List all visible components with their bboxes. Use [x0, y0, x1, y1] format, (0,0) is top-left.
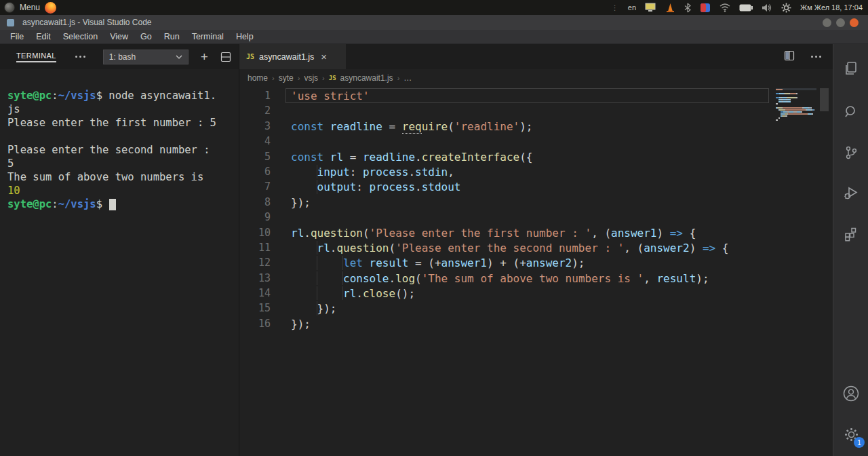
breadcrumb-separator-icon: › — [298, 74, 300, 82]
activity-bar: 1 — [833, 44, 868, 456]
editor-tab-asyncawait1[interactable]: JS asyncawait1.js × — [239, 44, 346, 69]
settings-badge: 1 — [854, 437, 865, 448]
line-number: 5 — [239, 149, 271, 164]
firefox-icon[interactable] — [45, 2, 56, 14]
code-line[interactable]: 2 — [239, 103, 833, 118]
line-number: 6 — [239, 164, 271, 179]
new-terminal-icon[interactable]: + — [201, 50, 208, 64]
menu-go[interactable]: Go — [134, 32, 158, 41]
code-line[interactable]: 6input: process.stdin, — [239, 164, 833, 179]
breadcrumb-separator-icon: › — [397, 74, 400, 82]
split-editor-icon[interactable] — [784, 50, 795, 64]
code-line[interactable]: 15}); — [239, 301, 833, 316]
terminal-output[interactable]: syte@pc:~/vsjs$ node asyncawait1.jsPleas… — [7, 89, 235, 211]
menu-view[interactable]: View — [104, 32, 134, 41]
source-control-icon[interactable] — [833, 138, 868, 168]
breadcrumb: home › syte › vsjs › JS asyncawait1.js ›… — [239, 69, 833, 87]
line-number: 10 — [239, 225, 271, 240]
code-line[interactable]: 11rl.question('Please enter the second n… — [239, 240, 833, 255]
vlc-icon[interactable] — [665, 3, 675, 13]
search-icon[interactable] — [833, 97, 868, 127]
minimap[interactable] — [776, 88, 816, 121]
menu-edit[interactable]: Edit — [30, 32, 57, 41]
menu-terminal[interactable]: Terminal — [186, 32, 230, 41]
breadcrumb-symbol-more[interactable]: … — [403, 73, 412, 83]
menu-file[interactable]: File — [4, 32, 30, 41]
terminal-tab[interactable]: TERMINAL — [16, 52, 56, 62]
desktop: Menu ⋮ en Жм Жел 18, 17:04 asyncawait1.j… — [0, 0, 868, 456]
code-line[interactable]: 1'use strict' — [239, 88, 833, 103]
close-button[interactable] — [850, 18, 859, 27]
code-line[interactable]: 14rl.close(); — [239, 286, 833, 301]
minimize-button[interactable] — [823, 18, 831, 27]
code-line[interactable]: 4 — [239, 134, 833, 149]
code-line[interactable]: 10rl.question('Please enter the first nu… — [239, 225, 833, 240]
display-icon[interactable] — [645, 3, 656, 13]
terminal-row: Please enter the first number : 5 — [7, 116, 235, 130]
code-line[interactable]: 5const rl = readline.createInterface({ — [239, 149, 833, 164]
workbench: TERMINAL 1: bash + syte@pc:~/vsjs$ node … — [0, 44, 868, 456]
breadcrumb-separator-icon: › — [322, 74, 325, 82]
settings-gear-icon[interactable]: 1 — [833, 419, 868, 449]
breadcrumb-file[interactable]: asyncawait1.js — [340, 73, 393, 83]
vscode-app-icon — [7, 19, 14, 26]
tray-gear-icon[interactable] — [781, 3, 791, 13]
terminal-shell-selector[interactable]: 1: bash — [103, 50, 189, 64]
account-icon[interactable] — [833, 379, 868, 408]
split-panel-icon[interactable] — [220, 52, 231, 62]
editor-group: JS asyncawait1.js × home › syte › vsjs › — [239, 44, 833, 456]
tray-grip-icon: ⋮ — [612, 4, 619, 12]
wifi-icon[interactable] — [719, 3, 730, 12]
maximize-button[interactable] — [836, 18, 845, 27]
code-line[interactable]: 16}); — [239, 316, 833, 331]
applications-menu-icon[interactable] — [4, 2, 15, 13]
line-number: 2 — [239, 103, 271, 118]
line-number: 1 — [239, 88, 271, 103]
explorer-icon[interactable] — [833, 54, 868, 83]
terminal-row — [7, 130, 235, 143]
line-number: 11 — [239, 240, 271, 255]
js-file-icon: JS — [246, 53, 254, 60]
menu-selection[interactable]: Selection — [57, 32, 104, 41]
editor-more-actions-icon[interactable] — [811, 56, 821, 58]
breadcrumb-separator-icon: › — [272, 74, 275, 82]
terminal-row: Please enter the second number : — [7, 143, 235, 157]
keyboard-layout-indicator[interactable]: en — [628, 3, 636, 12]
window-title: asyncawait1.js - Visual Studio Code — [22, 18, 152, 27]
tab-close-icon[interactable]: × — [321, 52, 327, 62]
terminal-row: js — [7, 102, 235, 116]
line-number: 13 — [239, 271, 271, 286]
code-line[interactable]: 12let result = (+answer1) + (+answer2); — [239, 255, 833, 270]
window-titlebar: asyncawait1.js - Visual Studio Code — [0, 15, 868, 30]
code-editor[interactable]: 1'use strict'23const readline = require(… — [239, 88, 833, 456]
terminal-row: 5 — [7, 157, 235, 170]
clock[interactable]: Жм Жел 18, 17:04 — [800, 3, 863, 12]
menu-run[interactable]: Run — [158, 32, 186, 41]
run-and-debug-icon[interactable] — [833, 178, 868, 208]
applications-menu-label[interactable]: Menu — [20, 3, 40, 12]
tab-label: asyncawait1.js — [259, 52, 314, 62]
volume-icon[interactable] — [762, 3, 772, 12]
breadcrumb-home[interactable]: home — [248, 73, 268, 83]
terminal-row: syte@pc:~/vsjs$ node asyncawait1. — [7, 89, 235, 102]
editor-scrollbar[interactable] — [820, 88, 829, 111]
terminal-panel: TERMINAL 1: bash + syte@pc:~/vsjs$ node … — [0, 44, 239, 456]
line-number: 8 — [239, 195, 271, 210]
line-number: 14 — [239, 286, 271, 301]
battery-icon[interactable] — [739, 4, 753, 12]
line-number: 9 — [239, 210, 271, 225]
code-line[interactable]: 13console.log('The sum of above two numb… — [239, 271, 833, 286]
bluetooth-icon[interactable] — [684, 3, 691, 13]
menu-help[interactable]: Help — [230, 32, 260, 41]
extensions-icon[interactable] — [833, 219, 868, 249]
code-line[interactable]: 8}); — [239, 195, 833, 210]
editor-tabbar: JS asyncawait1.js × — [239, 44, 833, 69]
terminal-more-actions-icon[interactable] — [75, 56, 85, 58]
breadcrumb-syte[interactable]: syte — [279, 73, 294, 83]
code-line[interactable]: 9 — [239, 210, 833, 225]
app-tray-icon[interactable] — [700, 3, 711, 13]
breadcrumb-vsjs[interactable]: vsjs — [304, 73, 318, 83]
code-line[interactable]: 3const readline = require('readline'); — [239, 119, 833, 134]
line-number: 16 — [239, 316, 271, 331]
code-line[interactable]: 7output: process.stdout — [239, 179, 833, 194]
